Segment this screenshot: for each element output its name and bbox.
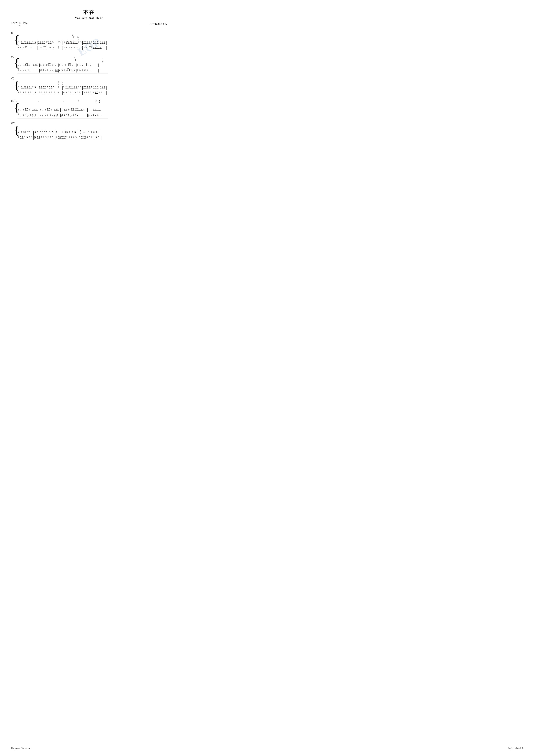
svg-text:3: 3 <box>52 113 53 116</box>
svg-text:1: 1 <box>62 81 63 83</box>
svg-text:·: · <box>35 116 35 118</box>
svg-text:1: 1 <box>29 63 31 66</box>
svg-text:·: · <box>20 116 21 118</box>
svg-text:7: 7 <box>41 86 42 89</box>
svg-text:1: 1 <box>20 108 21 111</box>
svg-text:3: 3 <box>52 68 53 71</box>
title-section: 不在 You Are Not Here <box>11 9 167 20</box>
svg-text:·: · <box>62 116 62 118</box>
svg-text:6: 6 <box>87 136 88 139</box>
svg-text:4: 4 <box>78 100 79 102</box>
svg-text:2: 2 <box>71 41 72 43</box>
svg-text:1: 1 <box>51 108 52 111</box>
svg-text:1: 1 <box>28 68 30 71</box>
svg-text:5: 5 <box>58 108 59 111</box>
svg-text:2: 2 <box>48 136 49 139</box>
svg-text:2: 2 <box>82 63 84 66</box>
svg-text:3: 3 <box>26 136 28 139</box>
svg-text:1: 1 <box>64 136 65 139</box>
svg-text:1: 1 <box>31 41 32 43</box>
svg-text:·: · <box>45 139 46 140</box>
svg-text:·: · <box>66 49 66 50</box>
svg-text:4: 4 <box>102 86 103 89</box>
svg-text:6: 6 <box>25 108 26 111</box>
svg-text:3: 3 <box>66 131 68 133</box>
svg-text:1: 1 <box>27 113 29 116</box>
svg-text:5: 5 <box>90 131 92 133</box>
svg-text:1: 1 <box>95 108 96 111</box>
svg-text:·: · <box>86 49 86 50</box>
svg-text:3: 3 <box>74 131 76 133</box>
svg-text:3: 3 <box>74 91 76 94</box>
svg-text:·: · <box>82 71 83 72</box>
svg-text:·: · <box>77 116 78 118</box>
svg-text:·: · <box>71 71 72 72</box>
svg-text:·: · <box>89 139 89 140</box>
svg-text:6: 6 <box>93 131 95 133</box>
svg-text:5: 5 <box>30 91 31 94</box>
svg-text:·: · <box>38 139 39 140</box>
svg-text:·: · <box>54 94 54 95</box>
svg-text:·: · <box>73 139 74 140</box>
svg-text:5: 5 <box>58 91 59 94</box>
svg-text:5: 5 <box>16 100 17 103</box>
svg-text:5: 5 <box>93 108 95 111</box>
svg-text:2: 2 <box>79 108 81 111</box>
svg-text:·: · <box>50 116 50 118</box>
svg-text:6: 6 <box>23 113 24 116</box>
svg-text:3: 3 <box>32 108 34 111</box>
svg-text:·: · <box>68 116 69 118</box>
svg-text:2: 2 <box>89 46 90 49</box>
svg-text:5: 5 <box>97 113 99 116</box>
svg-text:5: 5 <box>48 41 49 43</box>
svg-text:7: 7 <box>96 131 97 133</box>
svg-text:·: · <box>23 116 23 118</box>
svg-text:5: 5 <box>104 41 105 43</box>
svg-text:1: 1 <box>22 136 23 139</box>
svg-text:·: · <box>63 94 64 95</box>
svg-text:·: · <box>91 139 91 140</box>
svg-text:2: 2 <box>95 100 97 102</box>
svg-text:6: 6 <box>64 46 65 49</box>
svg-text:7·: 7· <box>49 46 51 49</box>
svg-text:·: · <box>30 116 30 118</box>
svg-text:6: 6 <box>23 68 24 71</box>
svg-text:·: · <box>74 71 74 72</box>
svg-text:1: 1 <box>18 136 19 139</box>
svg-text:5: 5 <box>79 136 80 139</box>
svg-text:·: · <box>89 116 89 118</box>
svg-text:·: · <box>25 116 26 118</box>
svg-text:·: · <box>18 49 18 50</box>
svg-text:2: 2 <box>37 136 38 139</box>
svg-text:5: 5 <box>45 113 46 116</box>
svg-text:2: 2 <box>25 41 26 43</box>
svg-text:1: 1 <box>20 63 21 66</box>
svg-text:0: 0 <box>18 86 19 89</box>
svg-text:–: – <box>89 108 91 111</box>
svg-text:·: · <box>22 139 22 140</box>
svg-text:2: 2 <box>74 86 75 89</box>
svg-text:2: 2 <box>28 91 29 94</box>
svg-text:2: 2 <box>21 86 22 89</box>
svg-text:1: 1 <box>22 86 24 89</box>
svg-text:3: 3 <box>21 131 22 133</box>
svg-text:4: 4 <box>25 113 26 116</box>
svg-text:·: · <box>40 116 40 118</box>
svg-text:·: · <box>52 71 53 72</box>
svg-text:·: · <box>66 116 66 118</box>
svg-text:6: 6 <box>50 68 51 71</box>
svg-text:·: · <box>41 94 42 95</box>
svg-text:·: · <box>88 94 89 95</box>
svg-text:3: 3 <box>80 86 81 89</box>
svg-text:7: 7 <box>102 61 103 63</box>
svg-text:7: 7 <box>91 41 92 43</box>
svg-text:2: 2 <box>66 41 67 43</box>
svg-text:4: 4 <box>75 113 76 116</box>
svg-text:1: 1 <box>47 68 48 71</box>
svg-text:2: 2 <box>58 86 59 89</box>
svg-text:2: 2 <box>77 108 78 111</box>
svg-text:–: – <box>30 46 32 49</box>
svg-text:1: 1 <box>45 108 46 111</box>
svg-text:·: · <box>89 49 89 50</box>
svg-text:·: · <box>79 139 79 140</box>
